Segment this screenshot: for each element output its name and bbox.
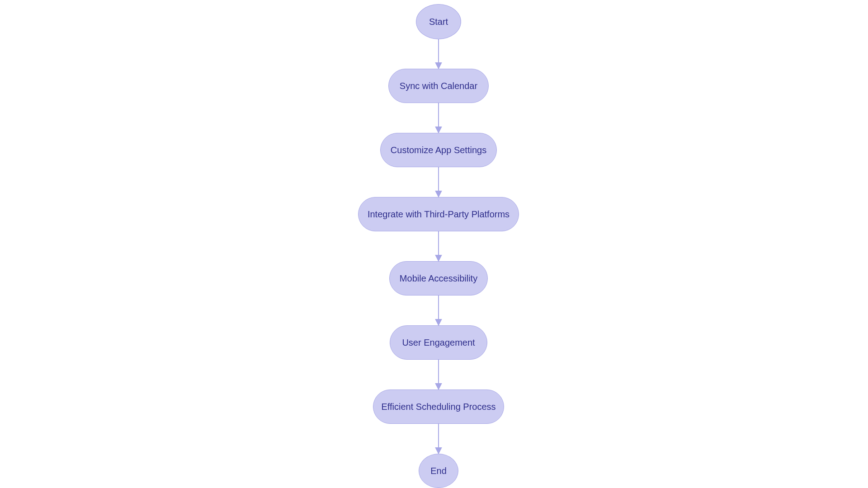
node-label: Mobile Accessibility <box>400 273 477 284</box>
node-label: Customize App Settings <box>391 145 486 155</box>
flowchart-canvas: StartSync with CalendarCustomize App Set… <box>0 0 868 488</box>
node-label: Start <box>429 16 448 27</box>
node-sync[interactable]: Sync with Calendar <box>388 69 489 103</box>
node-integ[interactable]: Integrate with Third-Party Platforms <box>358 197 519 231</box>
node-start[interactable]: Start <box>416 4 461 39</box>
node-label: Efficient Scheduling Process <box>381 401 495 412</box>
node-mobile[interactable]: Mobile Accessibility <box>389 261 488 296</box>
node-engage[interactable]: User Engagement <box>390 325 487 360</box>
node-label: End <box>430 465 447 476</box>
node-label: Integrate with Third-Party Platforms <box>368 209 509 220</box>
node-custom[interactable]: Customize App Settings <box>380 133 497 167</box>
node-label: Sync with Calendar <box>400 80 477 91</box>
node-sched[interactable]: Efficient Scheduling Process <box>373 389 504 424</box>
node-end[interactable]: End <box>419 454 458 488</box>
node-label: User Engagement <box>402 337 475 348</box>
